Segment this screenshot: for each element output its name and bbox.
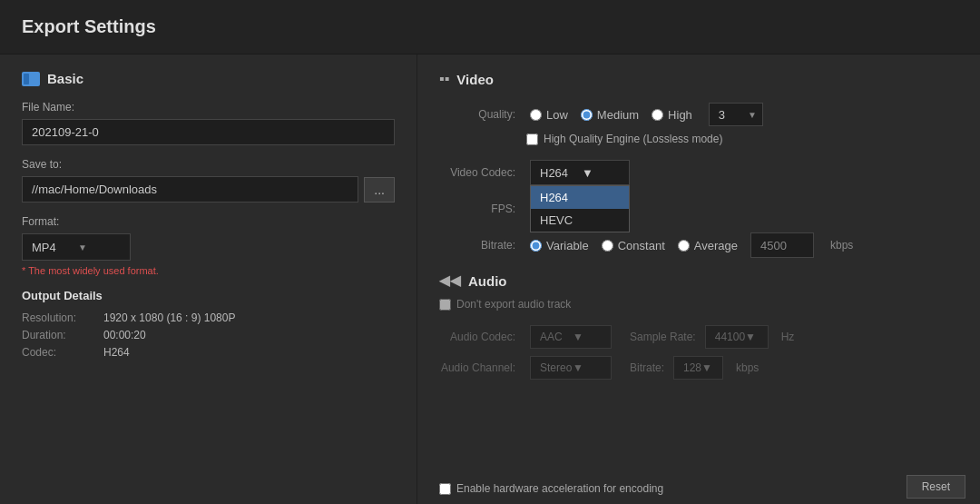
bitrate-constant-radio[interactable] <box>602 240 613 252</box>
enable-hw-checkbox[interactable] <box>439 483 451 495</box>
quality-low[interactable]: Low <box>530 108 568 122</box>
audio-channel-row: Audio Channel: Stereo ▼ Bitrate: 128 ▼ k… <box>439 356 958 380</box>
quality-high-label: High <box>668 108 692 122</box>
quality-low-radio[interactable] <box>530 109 542 121</box>
bitrate-constant[interactable]: Constant <box>602 239 665 252</box>
format-select[interactable]: MP4 ▼ <box>22 233 131 261</box>
duration-row: Duration: 00:00:20 <box>22 329 395 341</box>
audio-settings: Don't export audio track Audio Codec: AA… <box>439 298 958 380</box>
audio-channel-label: Audio Channel: <box>439 361 521 374</box>
audio-codec-arrow: ▼ <box>573 331 605 343</box>
video-label: Video <box>456 72 494 87</box>
video-codec-label: Video Codec: <box>439 166 521 179</box>
bitrate-average[interactable]: Average <box>678 239 738 252</box>
quality-num-arrow: ▼ <box>748 110 757 120</box>
quality-medium[interactable]: Medium <box>581 108 639 122</box>
video-section-header: ▪▪ Video <box>439 71 958 87</box>
codec-dropdown: H264 HEVC <box>530 185 630 232</box>
sample-rate-label: Sample Rate: <box>630 331 696 343</box>
codec-value: H264 <box>103 346 130 359</box>
bitrate-row: Bitrate: Variable Constant Average <box>439 232 958 258</box>
audio-bitrate-label: Bitrate: <box>630 361 664 374</box>
dont-export-label: Don't export audio track <box>456 298 571 311</box>
sample-rate-arrow: ▼ <box>745 331 762 343</box>
bottom-bar: Reset <box>892 468 980 504</box>
save-path-input[interactable] <box>22 176 358 203</box>
audio-channel-value: Stereo <box>540 361 573 374</box>
right-panel: ▪▪ Video Quality: Low Medium <box>417 54 980 504</box>
file-name-group: File Name: <box>22 101 395 145</box>
video-settings: Quality: Low Medium High 3 <box>439 102 958 258</box>
dont-export-row: Don't export audio track <box>439 298 958 311</box>
quality-radio-group: Low Medium High 3 ▼ <box>530 103 763 126</box>
hz-label: Hz <box>781 331 795 343</box>
audio-channel-arrow: ▼ <box>573 361 605 374</box>
resolution-label: Resolution: <box>22 311 103 324</box>
bitrate-variable[interactable]: Variable <box>530 239 589 252</box>
bitrate-label: Bitrate: <box>439 239 521 252</box>
bitrate-average-radio[interactable] <box>678 240 690 252</box>
codec-option-hevc[interactable]: HEVC <box>531 209 629 232</box>
left-panel: Basic File Name: Save to: ... Format: MP… <box>0 54 417 504</box>
quality-medium-radio[interactable] <box>581 109 593 121</box>
quality-low-label: Low <box>546 108 568 122</box>
bitrate-average-label: Average <box>694 239 738 252</box>
codec-arrow: ▼ <box>582 166 623 180</box>
quality-label: Quality: <box>439 108 521 121</box>
dont-export-checkbox[interactable] <box>439 299 451 311</box>
basic-section-header: Basic <box>22 71 395 86</box>
resolution-value: 1920 x 1080 (16 : 9) 1080P <box>103 311 235 324</box>
audio-codec-select[interactable]: AAC ▼ <box>530 325 612 349</box>
quality-high-radio[interactable] <box>652 109 663 121</box>
resolution-row: Resolution: 1920 x 1080 (16 : 9) 1080P <box>22 311 395 324</box>
format-hint: * The most widely used format. <box>22 265 395 276</box>
codec-label: Codec: <box>22 346 103 359</box>
codec-row: Codec: H264 <box>22 346 395 359</box>
video-icon: ▪▪ <box>439 71 449 87</box>
audio-channel-select[interactable]: Stereo ▼ <box>530 356 612 380</box>
bitrate-variable-label: Variable <box>546 239 589 252</box>
enable-hw-row: Enable hardware acceleration for encodin… <box>439 482 663 495</box>
quality-high[interactable]: High <box>652 108 692 122</box>
quality-number: 3 <box>719 108 748 122</box>
audio-kbps-label: kbps <box>736 361 759 374</box>
bitrate-radio-group: Variable Constant Average 4500 kbps <box>530 232 853 258</box>
bitrate-constant-label: Constant <box>618 239 665 252</box>
fps-row: FPS: 60 ▼ <box>439 196 958 222</box>
audio-bitrate-select[interactable]: 128 ▼ <box>673 356 723 380</box>
duration-value: 00:00:20 <box>103 329 146 341</box>
codec-option-h264[interactable]: H264 <box>531 186 629 209</box>
folder-icon <box>22 72 40 86</box>
duration-label: Duration: <box>22 329 103 341</box>
format-label: Format: <box>22 215 395 228</box>
audio-codec-label: Audio Codec: <box>439 331 521 343</box>
audio-bitrate-arrow: ▼ <box>701 361 717 374</box>
format-value: MP4 <box>32 241 78 254</box>
format-dropdown-arrow: ▼ <box>78 242 124 252</box>
file-name-label: File Name: <box>22 101 395 114</box>
codec-current: H264 <box>540 166 582 180</box>
quality-number-select[interactable]: 3 ▼ <box>709 103 763 126</box>
audio-codec-value: AAC <box>540 331 573 343</box>
reset-button[interactable]: Reset <box>906 475 965 499</box>
hq-engine-checkbox[interactable] <box>526 133 538 145</box>
audio-section-header: ◀◀ Audio <box>439 272 958 289</box>
quality-row: Quality: Low Medium High 3 <box>439 102 958 127</box>
save-to-group: Save to: ... <box>22 158 395 203</box>
bitrate-variable-radio[interactable] <box>530 240 542 252</box>
enable-hw-label: Enable hardware acceleration for encodin… <box>456 482 663 495</box>
sample-rate-select[interactable]: 44100 ▼ <box>705 325 769 349</box>
save-to-label: Save to: <box>22 158 395 171</box>
bitrate-value-input[interactable]: 4500 <box>750 232 814 258</box>
codec-select[interactable]: H264 ▼ <box>530 160 630 185</box>
audio-icon: ◀◀ <box>439 272 461 289</box>
sample-rate-value: 44100 <box>715 331 745 343</box>
format-group: Format: MP4 ▼ * The most widely used for… <box>22 215 395 276</box>
browse-button[interactable]: ... <box>364 177 395 203</box>
bitrate-number: 4500 <box>760 239 808 252</box>
hq-engine-row: High Quality Engine (Lossless mode) <box>526 133 958 145</box>
hq-engine-label: High Quality Engine (Lossless mode) <box>544 133 722 145</box>
kbps-label: kbps <box>830 239 853 252</box>
basic-label: Basic <box>47 71 83 86</box>
file-name-input[interactable] <box>22 119 395 145</box>
